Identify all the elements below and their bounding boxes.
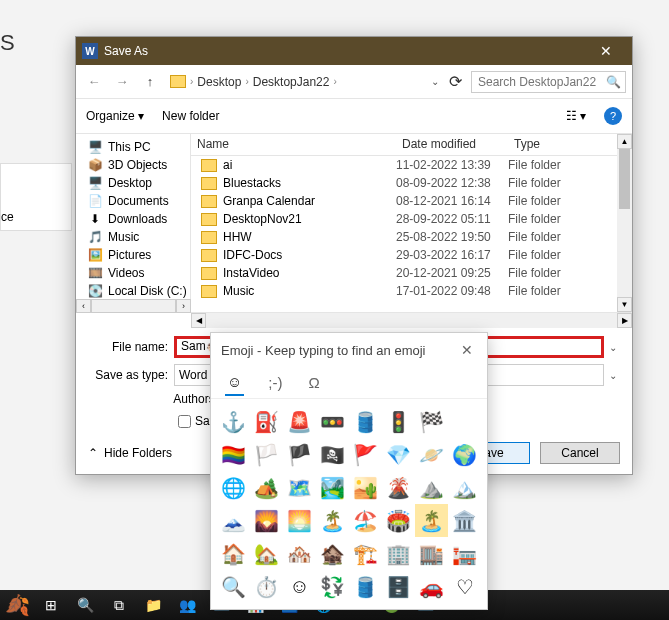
emoji-cell[interactable]: 🏣 <box>448 537 481 570</box>
tree-item[interactable]: 💽Local Disk (C:) <box>76 282 190 300</box>
tree-item[interactable]: 📦3D Objects <box>76 156 190 174</box>
taskbar-app-icon[interactable]: 🔍 <box>68 590 102 620</box>
vertical-scrollbar[interactable]: ▲ ▼ <box>617 134 632 312</box>
taskbar-app-icon[interactable]: 👥 <box>170 590 204 620</box>
tab-symbols[interactable]: Ω <box>307 370 322 395</box>
emoji-cell[interactable]: 💱 <box>316 570 349 603</box>
emoji-cell[interactable]: 🛢️ <box>349 405 382 438</box>
taskbar-app-icon[interactable]: ⧉ <box>102 590 136 620</box>
folder-tree[interactable]: 🖥️This PC📦3D Objects🖥️Desktop📄Documents⬇… <box>76 134 191 312</box>
tree-item[interactable]: 🖼️Pictures <box>76 246 190 264</box>
emoji-cell[interactable]: 🏖️ <box>349 504 382 537</box>
emoji-cell[interactable]: 🌐 <box>217 471 250 504</box>
view-options-button[interactable]: ☷ ▾ <box>566 109 586 123</box>
emoji-cell[interactable]: 🚨 <box>283 405 316 438</box>
emoji-cell[interactable]: ⚓ <box>217 405 250 438</box>
up-button[interactable]: ↑ <box>138 70 162 94</box>
tab-kaomoji[interactable]: ;-) <box>266 370 284 395</box>
breadcrumb[interactable]: › Desktop › DesktopJan22 › <box>166 75 421 89</box>
emoji-cell[interactable]: 🗺️ <box>283 471 316 504</box>
emoji-cell[interactable]: 🗻 <box>217 504 250 537</box>
file-row[interactable]: DesktopNov2128-09-2022 05:11File folder <box>191 210 632 228</box>
help-button[interactable]: ? <box>604 107 622 125</box>
column-type[interactable]: Type <box>508 134 632 155</box>
file-row[interactable]: Bluestacks08-09-2022 12:38File folder <box>191 174 632 192</box>
close-button[interactable]: ✕ <box>586 40 626 62</box>
filename-dropdown-icon[interactable]: ⌄ <box>604 342 622 353</box>
emoji-close-button[interactable]: ✕ <box>457 338 477 362</box>
emoji-cell[interactable]: 🏗️ <box>349 537 382 570</box>
emoji-cell[interactable]: 🏳️ <box>250 438 283 471</box>
emoji-cell[interactable]: 🏴 <box>283 438 316 471</box>
emoji-cell[interactable]: 🚩 <box>349 438 382 471</box>
column-date[interactable]: Date modified <box>396 134 508 155</box>
emoji-cell[interactable]: 🏜️ <box>349 471 382 504</box>
emoji-cell[interactable]: 🚥 <box>316 405 349 438</box>
emoji-cell[interactable]: 🏴‍☠️ <box>316 438 349 471</box>
emoji-cell[interactable]: ☺ <box>283 570 316 603</box>
tree-scroll-right[interactable]: › <box>176 299 191 313</box>
emoji-cell[interactable]: 🌄 <box>250 504 283 537</box>
emoji-cell[interactable]: 🏘️ <box>283 537 316 570</box>
emoji-cell[interactable]: 🏝️ <box>316 504 349 537</box>
file-row[interactable]: Granpa Calendar08-12-2021 16:14File fold… <box>191 192 632 210</box>
file-row[interactable]: Music17-01-2022 09:48File folder <box>191 282 632 300</box>
new-folder-button[interactable]: New folder <box>162 109 219 123</box>
organize-menu[interactable]: Organize ▾ <box>86 109 144 123</box>
emoji-cell[interactable]: 💎 <box>382 438 415 471</box>
breadcrumb-seg[interactable]: DesktopJan22 <box>253 75 330 89</box>
emoji-cell[interactable]: 🚗 <box>415 570 448 603</box>
horizontal-scrollbar[interactable]: ◀ ▶ <box>191 313 632 328</box>
save-thumbnail-checkbox[interactable] <box>178 415 191 428</box>
tree-item[interactable]: 📄Documents <box>76 192 190 210</box>
taskbar-app-icon[interactable]: 📁 <box>136 590 170 620</box>
tree-item[interactable]: 🎞️Videos <box>76 264 190 282</box>
tree-item[interactable]: 🖥️This PC <box>76 138 190 156</box>
tree-item[interactable]: 🖥️Desktop <box>76 174 190 192</box>
file-row[interactable]: ai11-02-2022 13:39File folder <box>191 156 632 174</box>
emoji-cell[interactable]: 🏠 <box>217 537 250 570</box>
emoji-cell[interactable]: 🛢️ <box>349 570 382 603</box>
emoji-cell[interactable]: 🪐 <box>415 438 448 471</box>
emoji-cell[interactable]: 🏝️ <box>415 504 448 537</box>
path-dropdown-icon[interactable]: ⌄ <box>431 76 439 87</box>
tree-scroll-left[interactable]: ‹ <box>76 299 91 313</box>
forward-button[interactable]: → <box>110 70 134 94</box>
emoji-cell[interactable]: 🏁 <box>415 405 448 438</box>
emoji-cell[interactable]: 🌍 <box>448 438 481 471</box>
emoji-cell[interactable]: 🌅 <box>283 504 316 537</box>
hide-folders-toggle[interactable]: ⌃ Hide Folders <box>88 446 172 460</box>
breadcrumb-seg[interactable]: Desktop <box>197 75 241 89</box>
emoji-cell[interactable]: 🏟️ <box>382 504 415 537</box>
emoji-cell[interactable]: ⛽ <box>250 405 283 438</box>
filetype-dropdown-icon[interactable]: ⌄ <box>604 370 622 381</box>
emoji-cell[interactable]: 🌋 <box>382 471 415 504</box>
emoji-cell[interactable]: 🏕️ <box>250 471 283 504</box>
emoji-cell[interactable]: 🏬 <box>415 537 448 570</box>
emoji-cell[interactable]: 🏚️ <box>316 537 349 570</box>
scroll-left-icon[interactable]: ◀ <box>191 313 206 328</box>
emoji-cell[interactable]: 🔍 <box>217 570 250 603</box>
file-row[interactable]: IDFC-Docs29-03-2022 16:17File folder <box>191 246 632 264</box>
file-row[interactable]: HHW25-08-2022 19:50File folder <box>191 228 632 246</box>
scroll-thumb[interactable] <box>619 149 630 209</box>
emoji-cell[interactable]: 🚦 <box>382 405 415 438</box>
emoji-cell[interactable]: 🏡 <box>250 537 283 570</box>
column-name[interactable]: Name <box>191 134 396 155</box>
refresh-button[interactable]: ⟳ <box>443 70 467 94</box>
tab-emoji[interactable]: ☺ <box>225 369 244 396</box>
emoji-cell[interactable]: 🏔️ <box>448 471 481 504</box>
emoji-cell[interactable]: 🏳️‍🌈 <box>217 438 250 471</box>
taskbar-app-icon[interactable]: 🍂 <box>0 590 34 620</box>
emoji-cell[interactable]: ♡ <box>448 570 481 603</box>
scroll-up-icon[interactable]: ▲ <box>617 134 632 149</box>
emoji-cell[interactable]: 🏞️ <box>316 471 349 504</box>
search-input[interactable] <box>471 71 626 93</box>
emoji-cell[interactable]: 🏛️ <box>448 504 481 537</box>
emoji-cell[interactable]: ⏱️ <box>250 570 283 603</box>
emoji-cell[interactable]: 🗄️ <box>382 570 415 603</box>
tree-item[interactable]: 🎵Music <box>76 228 190 246</box>
tree-item[interactable]: ⬇Downloads <box>76 210 190 228</box>
file-row[interactable]: InstaVideo20-12-2021 09:25File folder <box>191 264 632 282</box>
cancel-button[interactable]: Cancel <box>540 442 620 464</box>
